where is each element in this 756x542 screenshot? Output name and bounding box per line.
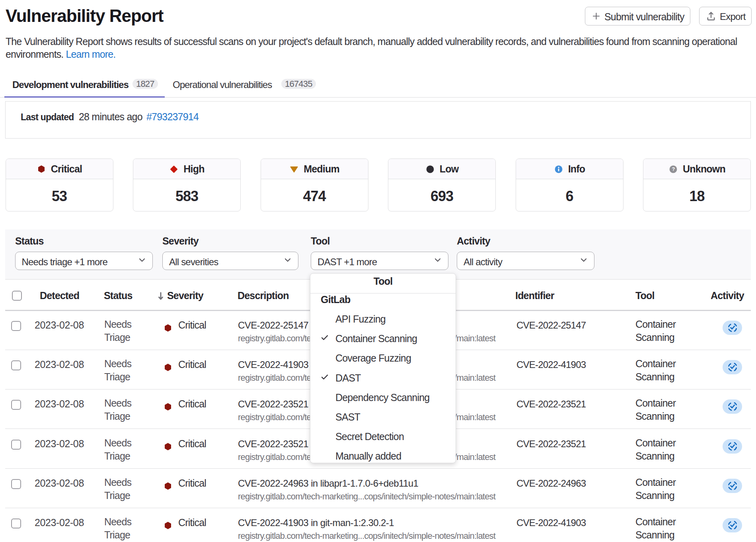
svg-text:?: ? <box>672 166 675 172</box>
